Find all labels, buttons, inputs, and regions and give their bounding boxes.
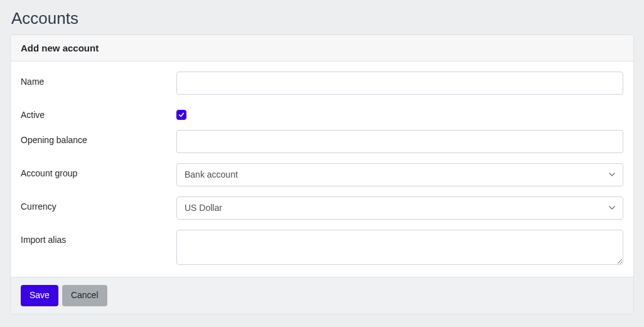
label-import-alias: Import alias (21, 230, 176, 245)
card-body: Name Active Opening balance Account grou… (11, 62, 633, 277)
add-account-card: Add new account Name Active Opening bala… (10, 35, 634, 314)
label-active: Active (21, 105, 176, 120)
account-group-value: Bank account (176, 163, 623, 186)
row-account-group: Account group Bank account (21, 163, 623, 186)
card-footer: Save Cancel (11, 277, 633, 314)
label-currency: Currency (21, 196, 176, 212)
page-title: Accounts (0, 0, 644, 35)
import-alias-textarea[interactable] (176, 230, 623, 265)
currency-value: US Dollar (176, 196, 623, 220)
card-header: Add new account (11, 35, 633, 62)
name-input[interactable] (176, 72, 623, 95)
check-icon (178, 112, 185, 118)
active-checkbox[interactable] (176, 110, 186, 120)
row-import-alias: Import alias (21, 230, 623, 267)
row-active: Active (21, 105, 623, 120)
save-button[interactable]: Save (21, 285, 58, 306)
row-currency: Currency US Dollar (21, 196, 623, 220)
account-group-select[interactable]: Bank account (176, 163, 623, 186)
row-name: Name (21, 72, 623, 95)
currency-select[interactable]: US Dollar (176, 196, 623, 220)
label-opening-balance: Opening balance (21, 130, 176, 145)
label-account-group: Account group (21, 163, 176, 178)
label-name: Name (21, 72, 176, 87)
cancel-button[interactable]: Cancel (62, 285, 107, 306)
row-opening-balance: Opening balance (21, 130, 623, 153)
opening-balance-input[interactable] (176, 130, 623, 153)
